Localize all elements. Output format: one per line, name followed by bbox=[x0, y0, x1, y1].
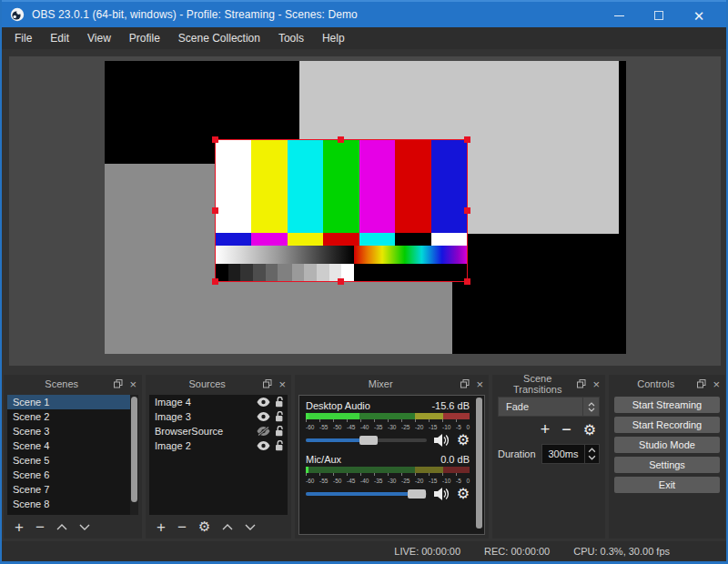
float-panel-icon[interactable] bbox=[460, 379, 470, 388]
preview-area[interactable] bbox=[9, 56, 721, 366]
selected-source-colorbars[interactable] bbox=[216, 140, 467, 281]
add-transition-button[interactable]: + bbox=[541, 420, 551, 439]
add-scene-button[interactable]: + bbox=[15, 519, 24, 535]
lock-icon[interactable] bbox=[275, 397, 284, 408]
transition-select[interactable]: Fade bbox=[498, 397, 600, 417]
remove-scene-button[interactable]: − bbox=[35, 519, 45, 535]
spin-up-icon[interactable] bbox=[588, 448, 596, 453]
speaker-icon[interactable] bbox=[434, 434, 450, 447]
scenes-panel-title: Scenes bbox=[9, 378, 114, 389]
scene-list-item[interactable]: Scene 4 bbox=[7, 438, 138, 453]
visibility-eye-icon[interactable] bbox=[257, 412, 270, 421]
control-button[interactable]: Exit bbox=[614, 477, 720, 493]
control-button[interactable]: Start Streaming bbox=[614, 397, 720, 413]
colorbar-castellation bbox=[216, 233, 467, 246]
scene-list-item[interactable]: Scene 6 bbox=[7, 468, 138, 482]
close-panel-icon[interactable]: × bbox=[129, 378, 136, 390]
volume-slider-handle[interactable] bbox=[408, 489, 426, 499]
move-scene-down-button[interactable] bbox=[79, 524, 90, 530]
menu-item[interactable]: Help bbox=[313, 27, 354, 49]
resize-handle[interactable] bbox=[212, 136, 218, 143]
sources-panel: Sources × Image 4 bbox=[146, 375, 291, 539]
transition-properties-gear-icon[interactable]: ⚙ bbox=[583, 421, 596, 438]
colorbar-top-bars bbox=[216, 140, 467, 233]
volume-slider[interactable] bbox=[306, 492, 427, 496]
minimize-button[interactable] bbox=[599, 2, 639, 29]
control-button[interactable]: Studio Mode bbox=[614, 437, 720, 453]
control-button[interactable]: Start Recording bbox=[614, 417, 720, 433]
close-panel-icon[interactable]: × bbox=[713, 378, 720, 390]
add-source-button[interactable]: + bbox=[157, 519, 166, 535]
menu-item[interactable]: Edit bbox=[41, 27, 78, 49]
lock-icon[interactable] bbox=[275, 440, 284, 451]
volume-slider-handle[interactable] bbox=[359, 436, 378, 445]
menu-item[interactable]: Profile bbox=[120, 27, 169, 49]
duration-spinbox[interactable]: 300ms bbox=[541, 444, 600, 464]
scene-list-item[interactable]: Scene 2 bbox=[7, 409, 138, 424]
float-panel-icon[interactable] bbox=[114, 379, 123, 388]
scenes-scrollbar[interactable] bbox=[130, 395, 138, 515]
title-bar: OBS 23.0.1 (64-bit, windows) - Profile: … bbox=[2, 0, 726, 27]
scene-list-item[interactable]: Scene 5 bbox=[7, 453, 138, 468]
spin-down-icon[interactable] bbox=[588, 455, 596, 460]
mixer-scrollbar[interactable] bbox=[476, 398, 482, 532]
mixer-content: Desktop Audio -15.6 dB -60-55-50-45-40-3… bbox=[298, 395, 485, 535]
move-scene-up-button[interactable] bbox=[56, 524, 67, 530]
scene-list-item[interactable]: Scene 8 bbox=[7, 497, 138, 511]
maximize-button[interactable] bbox=[639, 2, 679, 29]
move-source-up-button[interactable] bbox=[222, 524, 233, 530]
float-panel-icon[interactable] bbox=[697, 379, 706, 388]
resize-handle[interactable] bbox=[464, 136, 470, 143]
resize-handle[interactable] bbox=[464, 207, 470, 214]
close-button[interactable]: ✕ bbox=[679, 2, 719, 29]
minimize-icon bbox=[614, 15, 624, 16]
resize-handle[interactable] bbox=[464, 278, 470, 285]
scene-list-item[interactable]: Scene 1 bbox=[7, 395, 138, 409]
scene-list-item[interactable]: Scene 9 bbox=[7, 511, 138, 515]
resize-handle[interactable] bbox=[338, 278, 344, 285]
channel-settings-gear-icon[interactable]: ⚙ bbox=[457, 487, 470, 501]
transitions-panel-title: Scene Transitions bbox=[498, 373, 577, 395]
visibility-eye-slash-icon[interactable] bbox=[257, 427, 270, 436]
visibility-eye-icon[interactable] bbox=[257, 441, 270, 450]
controls-buttons: Start StreamingStart RecordingStudio Mod… bbox=[614, 397, 720, 497]
close-panel-icon[interactable]: × bbox=[476, 378, 483, 390]
colorbar-gradients bbox=[216, 246, 467, 264]
meter-tick-labels: -60-55-50-45-40-35-30-25-20-15-10-50 bbox=[306, 419, 470, 429]
source-list-item[interactable]: Image 2 bbox=[149, 438, 288, 453]
lock-icon[interactable] bbox=[275, 411, 284, 422]
menu-item[interactable]: Scene Collection bbox=[169, 27, 269, 49]
remove-source-button[interactable]: − bbox=[177, 519, 187, 535]
close-panel-icon[interactable]: × bbox=[278, 378, 286, 390]
visibility-eye-icon[interactable] bbox=[257, 398, 270, 407]
scenes-list: Scene 1Scene 2Scene 3Scene 4Scene 5Scene… bbox=[7, 395, 138, 515]
move-source-down-button[interactable] bbox=[245, 524, 256, 530]
scene-list-item[interactable]: Scene 7 bbox=[7, 482, 138, 497]
menu-item[interactable]: View bbox=[78, 27, 120, 49]
chevron-down-icon bbox=[588, 408, 595, 412]
lock-icon[interactable] bbox=[275, 426, 284, 437]
resize-handle[interactable] bbox=[338, 136, 344, 143]
scene-list-item[interactable]: Scene 3 bbox=[7, 424, 138, 438]
mixer-channel-mic-aux: Mic/Aux 0.0 dB -60-55-50-45-40-35-30-25-… bbox=[306, 454, 470, 501]
controls-panel: Controls × Start StreamingStart Recordin… bbox=[609, 375, 725, 539]
channel-name: Desktop Audio bbox=[306, 400, 370, 411]
menu-item[interactable]: File bbox=[5, 27, 41, 49]
close-panel-icon[interactable]: × bbox=[592, 378, 600, 390]
volume-meter bbox=[306, 413, 470, 419]
sources-toolbar: + − ⚙ bbox=[149, 517, 288, 537]
resize-handle[interactable] bbox=[212, 278, 218, 285]
channel-settings-gear-icon[interactable]: ⚙ bbox=[457, 433, 470, 448]
float-panel-icon[interactable] bbox=[577, 379, 586, 388]
menu-item[interactable]: Tools bbox=[269, 27, 313, 49]
source-properties-gear-icon[interactable]: ⚙ bbox=[198, 519, 210, 535]
float-panel-icon[interactable] bbox=[263, 379, 272, 388]
source-list-item[interactable]: Image 4 bbox=[149, 395, 288, 409]
remove-transition-button[interactable]: − bbox=[561, 420, 571, 439]
speaker-icon[interactable] bbox=[434, 488, 450, 500]
resize-handle[interactable] bbox=[212, 207, 218, 214]
source-list-item[interactable]: Image 3 bbox=[149, 409, 288, 424]
volume-slider[interactable] bbox=[306, 438, 427, 442]
source-list-item[interactable]: BrowserSource bbox=[149, 424, 288, 438]
control-button[interactable]: Settings bbox=[614, 457, 720, 473]
